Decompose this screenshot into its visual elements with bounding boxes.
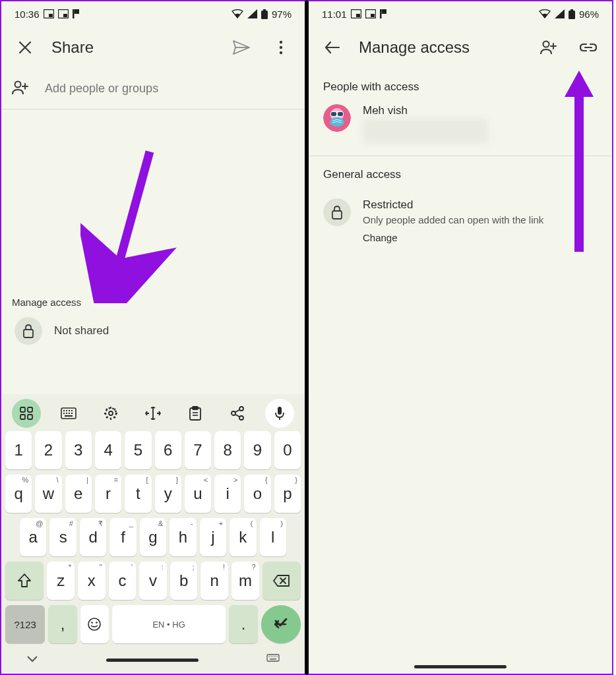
- key-9[interactable]: 9: [244, 431, 270, 469]
- key-z[interactable]: z*: [47, 562, 75, 600]
- key-t[interactable]: t[: [125, 475, 151, 513]
- key-enter[interactable]: [261, 605, 301, 643]
- svg-point-42: [88, 618, 100, 630]
- key-1[interactable]: 1: [5, 431, 32, 469]
- key-space[interactable]: EN • HG: [112, 605, 226, 643]
- key-w[interactable]: w\: [35, 475, 61, 513]
- flag-icon: [73, 9, 80, 18]
- key-j[interactable]: j+: [200, 518, 226, 556]
- share-toolbar: Share: [1, 26, 305, 69]
- svg-point-49: [274, 656, 276, 657]
- svg-point-59: [543, 42, 549, 47]
- key-v[interactable]: v:: [139, 562, 167, 600]
- chevron-down-icon[interactable]: [26, 654, 38, 666]
- svg-rect-66: [332, 211, 342, 219]
- keyboard-row-qwerty: q%w\e|r=t[y]u<i>o{p}: [1, 472, 305, 515]
- svg-point-47: [270, 656, 272, 657]
- key-period[interactable]: .: [229, 605, 257, 643]
- svg-rect-6: [261, 11, 268, 19]
- key-8[interactable]: 8: [214, 431, 241, 469]
- share-screen: 10:36 97% Share Manage access: [0, 0, 307, 675]
- key-3[interactable]: 3: [65, 431, 92, 469]
- key-m[interactable]: m?: [231, 562, 259, 600]
- kb-settings-icon[interactable]: [96, 399, 125, 428]
- key-0[interactable]: 0: [274, 431, 301, 469]
- send-icon[interactable]: [228, 34, 255, 61]
- back-icon[interactable]: [319, 34, 346, 61]
- svg-rect-16: [28, 407, 32, 412]
- kb-share-icon[interactable]: [223, 399, 252, 428]
- kb-apps-icon[interactable]: [12, 399, 41, 428]
- key-symbols[interactable]: ?123: [5, 605, 45, 643]
- person-row[interactable]: Meh vish: [309, 100, 612, 156]
- key-p[interactable]: p}: [274, 475, 301, 513]
- svg-rect-63: [331, 112, 336, 116]
- manage-access-label: Manage access: [1, 291, 305, 310]
- svg-rect-3: [63, 14, 67, 17]
- not-shared-row[interactable]: Not shared: [1, 310, 305, 357]
- restricted-title: Restricted: [363, 198, 543, 212]
- key-b[interactable]: b;: [170, 562, 198, 600]
- key-7[interactable]: 7: [185, 431, 211, 469]
- lock-icon: [15, 317, 42, 345]
- key-backspace[interactable]: [262, 562, 301, 600]
- key-emoji[interactable]: [80, 605, 109, 643]
- svg-rect-51: [270, 659, 276, 660]
- key-n[interactable]: n!: [200, 562, 228, 600]
- svg-line-38: [235, 410, 240, 413]
- key-5[interactable]: 5: [125, 431, 151, 469]
- add-people-input[interactable]: [45, 82, 294, 96]
- key-y[interactable]: y]: [155, 475, 181, 513]
- person-add-icon[interactable]: [536, 34, 562, 61]
- key-l[interactable]: l): [260, 518, 286, 556]
- restricted-row: Restricted Only people added can open wi…: [309, 188, 612, 254]
- key-e[interactable]: e|: [65, 475, 92, 513]
- key-c[interactable]: c': [109, 562, 137, 600]
- nav-pill[interactable]: [106, 659, 199, 662]
- close-icon[interactable]: [12, 34, 38, 61]
- svg-rect-5: [263, 9, 266, 11]
- key-2[interactable]: 2: [35, 431, 61, 469]
- svg-rect-12: [24, 330, 33, 338]
- key-h[interactable]: h-: [169, 518, 196, 556]
- key-u[interactable]: u<: [185, 475, 211, 513]
- svg-rect-28: [65, 415, 73, 417]
- svg-rect-64: [338, 112, 343, 116]
- key-r[interactable]: r=: [95, 475, 121, 513]
- key-6[interactable]: 6: [155, 431, 181, 469]
- kb-text-cursor-icon[interactable]: [139, 399, 168, 428]
- battery-icon: [569, 9, 575, 19]
- kb-keyboard-icon[interactable]: [54, 399, 83, 428]
- keyboard-switch-icon[interactable]: [266, 654, 280, 666]
- keyboard-toolbar: [1, 398, 305, 428]
- kb-clipboard-icon[interactable]: [181, 399, 210, 428]
- change-button[interactable]: Change: [363, 232, 543, 243]
- key-x[interactable]: x": [78, 562, 106, 600]
- more-icon[interactable]: [268, 34, 294, 61]
- key-k[interactable]: k(: [230, 518, 256, 556]
- svg-point-44: [96, 622, 98, 624]
- key-a[interactable]: a@: [20, 518, 46, 556]
- key-s[interactable]: s#: [49, 518, 76, 556]
- key-shift[interactable]: [5, 562, 44, 600]
- restricted-sub: Only people added can open with the link: [363, 214, 543, 225]
- keyboard-row-bottom: ?123 , EN • HG .: [1, 602, 305, 646]
- nav-pill[interactable]: [414, 665, 507, 668]
- key-f[interactable]: f_: [109, 518, 136, 556]
- key-q[interactable]: q%: [5, 475, 32, 513]
- key-4[interactable]: 4: [95, 431, 121, 469]
- svg-point-29: [109, 411, 113, 415]
- key-d[interactable]: d₹: [80, 518, 106, 556]
- key-o[interactable]: o{: [244, 475, 270, 513]
- svg-rect-24: [63, 413, 65, 414]
- key-i[interactable]: i>: [214, 475, 241, 513]
- key-comma[interactable]: ,: [48, 605, 77, 643]
- link-icon[interactable]: [575, 34, 601, 61]
- status-time: 10:36: [15, 9, 40, 20]
- svg-rect-58: [569, 11, 575, 19]
- status-bar: 10:36 97%: [1, 1, 305, 26]
- manage-toolbar: Manage access: [309, 26, 612, 69]
- svg-rect-4: [73, 9, 75, 18]
- kb-mic-icon[interactable]: [265, 399, 294, 428]
- key-g[interactable]: g&: [140, 518, 166, 556]
